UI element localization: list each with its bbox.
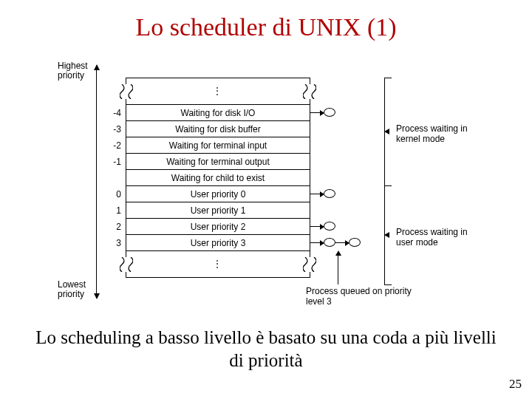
table-row: Waiting for terminal input [126,137,310,154]
queue-link [335,242,349,243]
highest-priority-label: Highestpriority [58,61,88,81]
scheduler-diagram: Highestpriority Lowestpriority -4 -3 -2 … [52,58,480,310]
priority-label: -4 [98,108,121,118]
brace-tick [384,284,392,285]
queue-node [349,238,361,247]
table-row: User priority 2 [126,219,310,235]
table-row: Waiting for disk I/O [126,105,310,121]
queue-link [310,242,324,243]
priority-label: -1 [98,157,121,167]
table-row: Waiting for child to exist [126,170,310,186]
priority-label: 0 [98,189,121,200]
queue-node [324,108,335,117]
lowest-priority-label: Lowestpriority [58,280,86,299]
queue-callout-arrow [338,255,338,284]
kernel-mode-label: Process waiting in kernel mode [396,123,477,145]
brace-tick [384,78,392,78]
queue-link [310,112,324,113]
table-row: User priority 3 [126,235,310,251]
brace-arrow-icon [384,129,389,134]
priority-label: 2 [98,222,121,232]
slide-title: Lo scheduler di UNIX (1) [0,13,532,41]
priority-label: 3 [98,238,121,248]
table-row: Waiting for terminal output [126,154,310,170]
queue-link [310,194,324,194]
queue-node [324,222,335,231]
table-gap-top: ⋮ [126,78,310,105]
queue-callout-label: Process queued on priority level 3 [306,286,417,307]
priority-label: -3 [98,124,121,134]
queue-node [324,189,335,198]
priority-table: ⋮ Waiting for disk I/O Waiting for disk … [126,78,310,278]
priority-label: -2 [98,140,121,151]
mode-divider-axis [384,78,385,284]
table-row: Waiting for disk buffer [126,121,310,137]
queue-link [310,226,324,227]
priority-label: 1 [98,205,121,216]
table-gap-bottom: ⋮ [126,251,310,278]
brace-tick [384,185,392,186]
page-number: 25 [509,377,522,392]
table-row: User priority 1 [126,202,310,219]
priority-axis [96,69,97,295]
user-mode-label: Process waiting in user mode [396,227,477,248]
table-row: User priority 0 [126,186,310,202]
slide-caption: Lo scheduling a basso livello è basato s… [30,326,502,372]
brace-arrow-icon [384,232,389,238]
queue-node [324,238,335,247]
